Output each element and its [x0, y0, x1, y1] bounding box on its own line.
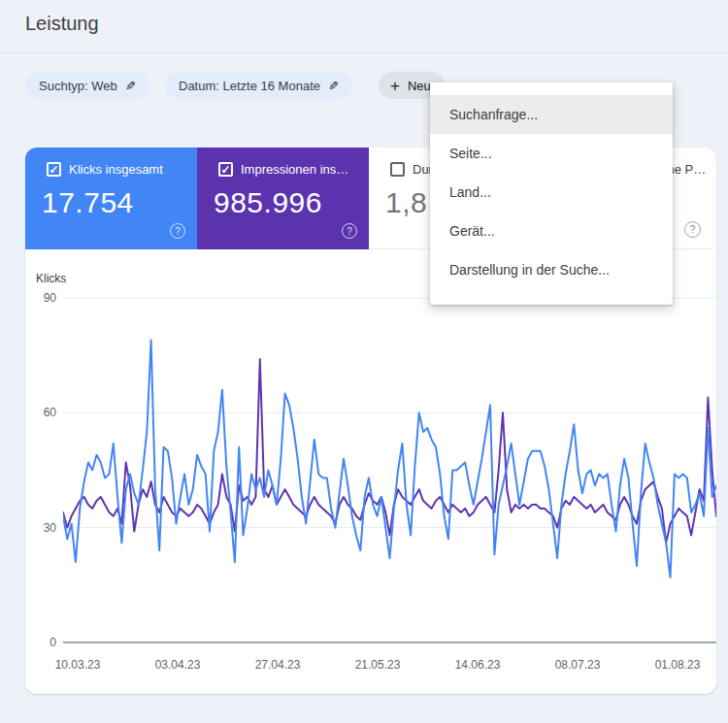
filter-chip-search-type[interactable]: Suchtyp: Web ✎ [25, 72, 149, 99]
card-value: 17.754 [42, 186, 134, 219]
checkbox-checked-icon[interactable]: ✓ [47, 162, 61, 177]
x-tick: 08.07.23 [555, 658, 601, 672]
page-title: Leistung [25, 13, 99, 35]
card-total-clicks[interactable]: ✓ Klicks insgesamt 17.754 ? [25, 148, 197, 249]
y-tick-30: 30 [25, 521, 56, 535]
menu-item-query[interactable]: Suchanfrage... [430, 95, 673, 134]
filter-chip-date-label: Datum: Letzte 16 Monate [179, 79, 320, 93]
header-divider [0, 52, 728, 53]
x-axis-ticks: 10.03.23 03.04.23 27.04.23 21.05.23 14.0… [63, 658, 716, 674]
checkbox-checked-icon[interactable]: ✓ [218, 162, 233, 177]
y-axis-title: Klicks [36, 272, 66, 285]
edit-pencil-icon[interactable]: ✎ [328, 79, 339, 93]
filter-chip-search-type-label: Suchtyp: Web [39, 79, 117, 93]
plus-icon: + [390, 78, 400, 94]
y-tick-90: 90 [25, 291, 56, 305]
help-icon[interactable]: ? [342, 223, 357, 239]
clicks-impressions-line-chart[interactable] [63, 297, 716, 643]
x-tick: 10.03.23 [55, 658, 101, 672]
menu-item-search-appearance[interactable]: Darstellung in der Suche... [430, 250, 673, 289]
menu-item-country[interactable]: Land... [430, 173, 673, 212]
menu-item-page[interactable]: Seite... [430, 134, 673, 173]
y-tick-60: 60 [25, 406, 56, 419]
card-value: 985.996 [214, 186, 322, 219]
filter-chip-date[interactable]: Datum: Letzte 16 Monate ✎ [165, 72, 352, 99]
x-tick: 27.04.23 [255, 658, 301, 672]
x-tick: 14.06.23 [455, 658, 501, 672]
x-tick: 03.04.23 [155, 658, 201, 672]
help-icon[interactable]: ? [684, 221, 701, 238]
edit-pencil-icon[interactable]: ✎ [125, 79, 136, 93]
card-label: Klicks insgesamt [69, 162, 163, 177]
y-tick-0: 0 [25, 636, 56, 649]
new-filter-dropdown-menu: Suchanfrage... Seite... Land... Gerät...… [430, 82, 673, 305]
menu-item-device[interactable]: Gerät... [430, 212, 673, 250]
x-tick: 21.05.23 [355, 658, 401, 672]
card-label: Impressionen ins… [241, 162, 348, 177]
new-filter-button-label: Neu [408, 79, 431, 93]
help-icon[interactable]: ? [170, 223, 185, 239]
x-tick: 01.08.23 [655, 658, 701, 672]
checkbox-unchecked-icon[interactable] [390, 162, 405, 177]
card-total-impressions[interactable]: ✓ Impressionen ins… 985.996 ? [197, 148, 369, 249]
